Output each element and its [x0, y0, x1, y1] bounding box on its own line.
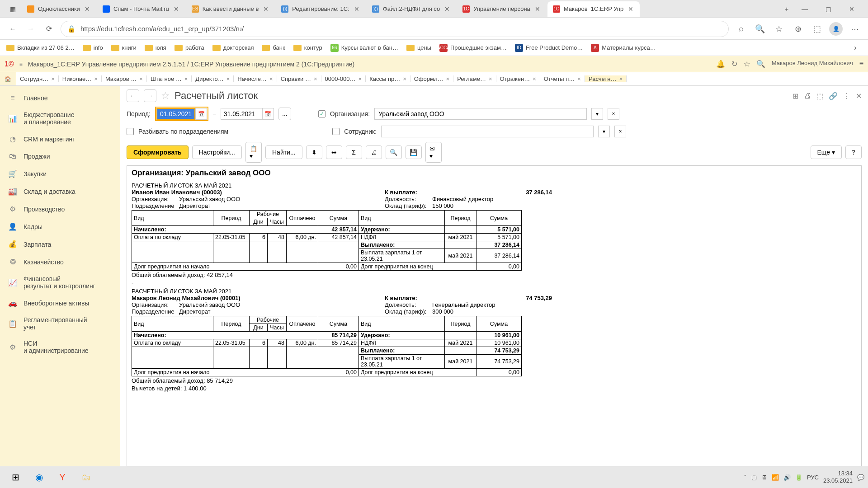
copy-settings-button[interactable]: 📋▾: [245, 142, 262, 163]
menu-icon[interactable]: ⋯: [848, 22, 862, 36]
bookmark-item[interactable]: Вкладки из 27 06 2…: [6, 44, 75, 52]
browser-tab[interactable]: )))Файл:2-НДФЛ для со✕: [367, 1, 456, 17]
more-button[interactable]: Еще ▾: [811, 145, 842, 159]
browser-tab[interactable]: )))Редактирование: 1С:✕: [276, 1, 365, 17]
reader-icon[interactable]: ⌕: [734, 22, 748, 36]
app-tab[interactable]: Отчеты п…×: [540, 75, 585, 82]
app-tab-close-icon[interactable]: ×: [226, 75, 230, 82]
app-tab-close-icon[interactable]: ×: [184, 75, 188, 82]
bookmark-item[interactable]: книги: [111, 44, 137, 52]
empl-clear-icon[interactable]: ×: [614, 126, 626, 137]
start-button[interactable]: ⊞: [4, 467, 27, 487]
browser-tab[interactable]: 1СМакаров_1С:ERP Упр✕: [547, 1, 640, 17]
edge-icon[interactable]: ◉: [27, 467, 51, 487]
tab-close-icon[interactable]: ✕: [262, 5, 269, 13]
app-tab[interactable]: Оформл…×: [410, 75, 453, 82]
bookmarks-overflow[interactable]: ›: [849, 42, 862, 54]
sidebar-item[interactable]: 🛒Закупки: [0, 165, 120, 183]
app-tab[interactable]: Расчетн…×: [585, 75, 627, 82]
tab-close-icon[interactable]: ✕: [84, 5, 91, 13]
app-tab[interactable]: Сотрудн…×: [16, 75, 59, 82]
collapse-button[interactable]: ⬌: [326, 145, 342, 159]
tab-close-icon[interactable]: ✕: [534, 5, 541, 13]
sidebar-item[interactable]: ⚙НСИ и администрирование: [0, 335, 120, 359]
app-tab-close-icon[interactable]: ×: [619, 75, 623, 82]
history-icon[interactable]: ↻: [731, 60, 737, 68]
form-button[interactable]: Сформировать: [127, 145, 189, 159]
app-tab-close-icon[interactable]: ×: [139, 75, 143, 82]
bookmark-item[interactable]: 66Курсы валют в бан…: [330, 44, 398, 52]
app-tab[interactable]: Начисле…×: [234, 75, 277, 82]
sidebar-item[interactable]: ◔CRM и маркетинг: [0, 130, 120, 148]
app-tab-close-icon[interactable]: ×: [269, 75, 273, 82]
page-back[interactable]: ←: [127, 89, 139, 102]
app-tab[interactable]: Кассы пр…×: [366, 75, 410, 82]
sum-button[interactable]: Σ: [346, 145, 362, 159]
lang-indicator[interactable]: РУС: [807, 474, 819, 481]
period-to-input[interactable]: [221, 108, 262, 120]
org-clear-icon[interactable]: ×: [608, 108, 619, 120]
app-tab[interactable]: 0000-000…×: [321, 75, 366, 82]
browser-tab[interactable]: Одноклассники✕: [22, 1, 96, 17]
tab-close-icon[interactable]: ✕: [173, 5, 180, 13]
star-icon[interactable]: ☆: [744, 60, 750, 68]
window-minimize[interactable]: —: [796, 2, 814, 16]
page-forward[interactable]: →: [144, 89, 156, 102]
app-menu-icon[interactable]: ≡: [19, 61, 23, 67]
sidebar-item[interactable]: 📋Регламентированный учет: [0, 312, 120, 335]
sidebar-item[interactable]: 🚗Внеоборотные активы: [0, 294, 120, 312]
bookmark-item[interactable]: АМатериалы курса…: [591, 44, 656, 52]
app-tab-close-icon[interactable]: ×: [51, 75, 55, 82]
app-tab[interactable]: Штатное …×: [147, 75, 192, 82]
app-tab-close-icon[interactable]: ×: [446, 75, 450, 82]
app-tab[interactable]: Отражен…×: [496, 75, 540, 82]
explorer-icon[interactable]: 🗂: [74, 467, 98, 487]
collections-icon[interactable]: ⊕: [791, 22, 805, 36]
bookmark-item[interactable]: цены: [406, 44, 431, 52]
preview-button[interactable]: 🔍: [386, 145, 402, 159]
app-tab[interactable]: Справки …×: [277, 75, 321, 82]
bookmark-item[interactable]: банк: [262, 44, 285, 52]
more-icon[interactable]: ⋮: [843, 92, 850, 100]
favorite-icon[interactable]: ☆: [772, 22, 786, 36]
save-layout-icon[interactable]: ⊞: [793, 92, 798, 100]
app-tab-close-icon[interactable]: ×: [533, 75, 536, 82]
sidebar-item[interactable]: 📊Бюджетирование и планирование: [0, 107, 120, 130]
email-button[interactable]: ✉▾: [425, 142, 442, 163]
split-checkbox[interactable]: [127, 128, 134, 135]
sidebar-item[interactable]: 📈Финансовый результат и контроллинг: [0, 271, 120, 294]
new-tab-button[interactable]: +: [778, 2, 796, 16]
empl-checkbox[interactable]: [332, 128, 340, 135]
close-icon[interactable]: ✕: [856, 92, 862, 100]
favorite-star-icon[interactable]: ☆: [161, 90, 170, 102]
search-icon[interactable]: 🔍: [756, 60, 765, 68]
calendar-to-icon[interactable]: 📅: [262, 108, 274, 120]
zoom-icon[interactable]: 🔍: [753, 22, 767, 36]
url-bar[interactable]: 🔒 https://edu.1cfresh.com/a/edu_uc1_erp_…: [61, 21, 729, 37]
calendar-from-icon[interactable]: 📅: [195, 108, 207, 120]
period-options[interactable]: …: [278, 108, 291, 120]
app-tab-close-icon[interactable]: ×: [489, 75, 492, 82]
bookmark-item[interactable]: ACCAПрошедшие экзам…: [439, 44, 507, 52]
bookmark-item[interactable]: докторская: [212, 44, 254, 52]
sidebar-item[interactable]: 🏭Склад и доставка: [0, 183, 120, 200]
home-tab[interactable]: 🏠: [0, 72, 16, 85]
find-button[interactable]: Найти...: [265, 145, 302, 159]
sidebar-item[interactable]: ⚙Производство: [0, 200, 120, 218]
app-tab[interactable]: Макаров …×: [102, 75, 147, 82]
sidebar-item[interactable]: 💰Зарплата: [0, 235, 120, 253]
bookmark-item[interactable]: работа: [175, 44, 204, 52]
notification-icon[interactable]: 💬: [857, 474, 864, 481]
tab-list-icon[interactable]: ▦: [4, 2, 22, 16]
user-menu-icon[interactable]: ≡: [859, 60, 863, 68]
browser-tab[interactable]: ESКак ввести данные в✕: [186, 1, 275, 17]
app-tab[interactable]: Директо…×: [192, 75, 234, 82]
window-close[interactable]: ✕: [843, 2, 861, 16]
tab-close-icon[interactable]: ✕: [443, 5, 451, 13]
app-tab-close-icon[interactable]: ×: [94, 75, 98, 82]
sidebar-item[interactable]: 👤Кадры: [0, 218, 120, 235]
reload-button[interactable]: ⟳: [42, 23, 55, 35]
yandex-icon[interactable]: Y: [51, 467, 74, 487]
disk-button[interactable]: 💾: [406, 145, 422, 159]
export-icon[interactable]: ⬚: [816, 92, 823, 100]
